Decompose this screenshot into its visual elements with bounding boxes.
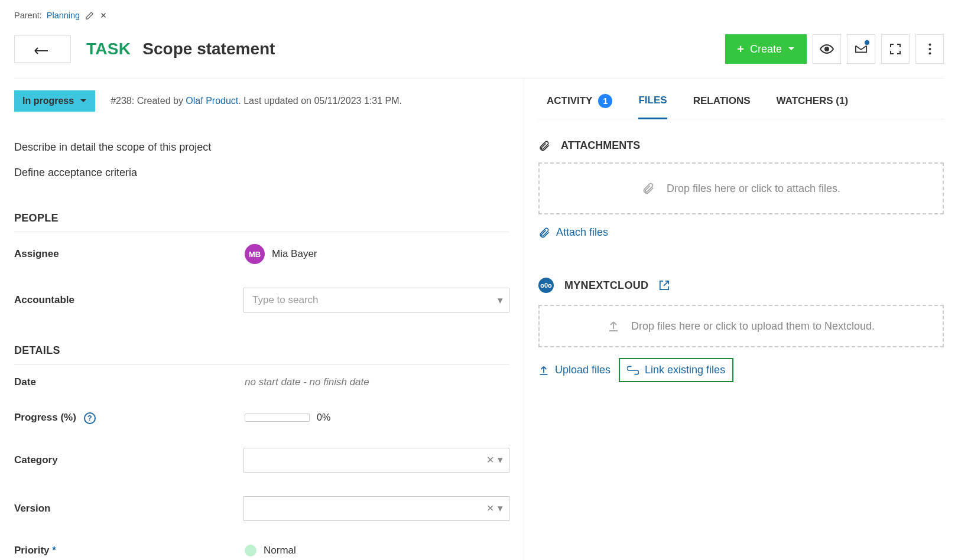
attachments-heading: ATTACHMENTS bbox=[561, 139, 640, 152]
chevron-down-icon: ▾ bbox=[498, 294, 503, 307]
accountable-label: Accountable bbox=[14, 294, 243, 306]
mark-read-button[interactable] bbox=[847, 34, 875, 64]
unread-dot bbox=[865, 40, 869, 45]
avatar: MB bbox=[245, 244, 265, 264]
section-details: DETAILS bbox=[14, 324, 509, 364]
paperclip-icon bbox=[538, 140, 550, 152]
fullscreen-button[interactable] bbox=[881, 34, 910, 64]
svg-point-3 bbox=[928, 53, 931, 55]
svg-point-0 bbox=[825, 47, 829, 51]
activity-badge: 1 bbox=[598, 94, 612, 108]
envelope-icon bbox=[855, 44, 868, 54]
upload-icon bbox=[608, 320, 619, 332]
progress-bar[interactable] bbox=[245, 414, 310, 422]
pencil-icon[interactable] bbox=[85, 11, 94, 20]
tab-watchers[interactable]: WATCHERS (1) bbox=[777, 94, 849, 119]
priority-label: Priority * bbox=[14, 545, 245, 556]
progress-label: Progress (%) ? bbox=[14, 412, 245, 424]
nextcloud-icon: o0o bbox=[538, 278, 554, 293]
more-button[interactable] bbox=[915, 34, 944, 64]
paperclip-icon bbox=[538, 227, 550, 239]
meta-info: #238: Created by Olaf Product. Last upda… bbox=[111, 96, 402, 106]
back-button[interactable] bbox=[14, 35, 71, 63]
assignee-name: Mia Bayer bbox=[272, 248, 317, 260]
kebab-icon bbox=[928, 43, 931, 55]
version-select[interactable]: ✕▾ bbox=[243, 496, 509, 521]
upload-files-link[interactable]: Upload files bbox=[538, 364, 610, 376]
status-label: In progress bbox=[22, 96, 74, 106]
help-icon[interactable]: ? bbox=[84, 412, 96, 424]
accountable-select[interactable]: Type to search ▾ bbox=[243, 288, 509, 312]
chevron-down-icon bbox=[80, 99, 87, 103]
desc-line-1: Describe in detail the scope of this pro… bbox=[14, 141, 509, 154]
category-select[interactable]: ✕▾ bbox=[243, 448, 509, 473]
assignee-value[interactable]: MB Mia Bayer bbox=[245, 244, 509, 264]
tabs: ACTIVITY 1 FILES RELATIONS WATCHERS (1) bbox=[538, 79, 944, 119]
priority-value[interactable]: Normal bbox=[245, 545, 509, 556]
category-label: Category bbox=[14, 454, 243, 466]
attach-files-link[interactable]: Attach files bbox=[538, 226, 608, 239]
eye-icon bbox=[820, 44, 834, 54]
breadcrumb: Parent: Planning bbox=[14, 0, 944, 26]
desc-line-2: Define acceptance criteria bbox=[14, 167, 509, 179]
attachments-dropzone[interactable]: Drop files here or click to attach files… bbox=[538, 162, 944, 214]
expand-icon bbox=[889, 43, 901, 55]
accountable-placeholder: Type to search bbox=[252, 294, 319, 306]
creator-link[interactable]: Olaf Product bbox=[186, 96, 238, 106]
svg-point-2 bbox=[928, 48, 931, 50]
upload-icon bbox=[538, 365, 549, 376]
chevron-down-icon bbox=[788, 47, 795, 51]
chevron-down-icon: ▾ bbox=[498, 454, 503, 465]
description[interactable]: Describe in detail the scope of this pro… bbox=[14, 141, 509, 179]
paperclip-icon bbox=[642, 182, 655, 195]
tab-files[interactable]: FILES bbox=[638, 94, 667, 119]
section-people: PEOPLE bbox=[14, 192, 509, 232]
tab-activity[interactable]: ACTIVITY 1 bbox=[547, 94, 612, 119]
create-button[interactable]: + Create bbox=[725, 34, 807, 64]
wp-type: TASK bbox=[86, 40, 131, 58]
external-link-icon[interactable] bbox=[659, 280, 670, 291]
clear-icon[interactable]: ✕ bbox=[486, 503, 494, 513]
close-icon[interactable] bbox=[99, 11, 108, 20]
clear-icon[interactable]: ✕ bbox=[486, 455, 494, 465]
page-title: Scope statement bbox=[142, 40, 275, 58]
progress-value: 0% bbox=[317, 412, 330, 423]
svg-point-1 bbox=[928, 44, 931, 46]
chevron-down-icon: ▾ bbox=[498, 503, 503, 514]
link-existing-files-link[interactable]: Link existing files bbox=[627, 364, 725, 376]
create-label: Create bbox=[750, 43, 782, 56]
assignee-label: Assignee bbox=[14, 248, 245, 260]
watch-button[interactable] bbox=[813, 34, 841, 64]
priority-dot bbox=[245, 545, 256, 556]
version-label: Version bbox=[14, 503, 243, 515]
plus-icon: + bbox=[737, 43, 744, 56]
status-select[interactable]: In progress bbox=[14, 90, 95, 112]
link-existing-highlight: Link existing files bbox=[619, 358, 733, 382]
link-icon bbox=[627, 366, 639, 375]
nextcloud-heading: MYNEXTCLOUD bbox=[564, 279, 648, 292]
date-value[interactable]: no start date - no finish date bbox=[245, 376, 369, 388]
breadcrumb-parent-link[interactable]: Planning bbox=[47, 11, 80, 20]
date-label: Date bbox=[14, 376, 245, 388]
nextcloud-dropzone[interactable]: Drop files here or click to upload them … bbox=[538, 305, 944, 347]
tab-relations[interactable]: RELATIONS bbox=[693, 94, 751, 119]
breadcrumb-label: Parent: bbox=[14, 11, 42, 20]
